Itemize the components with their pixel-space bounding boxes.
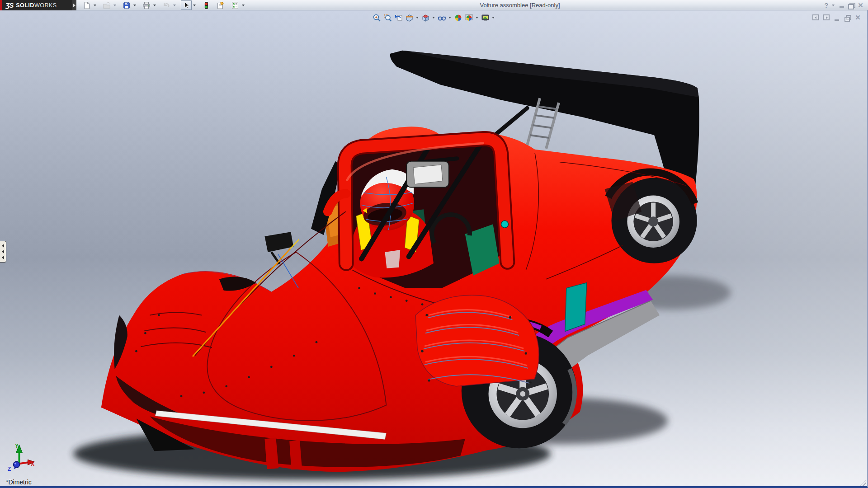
restore-window-button[interactable] [847, 1, 855, 9]
brand-name-bold: SOLID [16, 2, 34, 9]
apply-scene-button[interactable] [463, 13, 474, 23]
help-dropdown-icon[interactable] [830, 0, 836, 10]
minimize-document-button[interactable] [833, 14, 841, 21]
window-controls: ? ✕ [824, 0, 864, 10]
minimize-window-button[interactable] [838, 1, 845, 9]
featuremanager-collapse-tab[interactable] [0, 241, 6, 263]
zoom-to-fit-button[interactable] [371, 13, 382, 23]
print-icon [142, 1, 151, 9]
stoplight-icon [202, 1, 210, 9]
select-cursor-icon [182, 1, 190, 9]
3d-model-canvas[interactable] [0, 10, 867, 486]
hide-show-items-button[interactable] [436, 13, 447, 23]
headsup-view-toolbar [371, 13, 496, 23]
section-view-button[interactable] [404, 13, 415, 23]
undo-button[interactable] [161, 0, 172, 10]
triad-y-label: Y [15, 443, 19, 449]
view-orientation-dropdown-icon[interactable] [431, 13, 436, 23]
select-dropdown-icon[interactable] [192, 0, 197, 10]
view-orientation-button[interactable] [420, 13, 431, 23]
close-window-button[interactable]: ✕ [857, 1, 864, 9]
zoom-to-area-button[interactable] [382, 13, 393, 23]
view-settings-dropdown-icon[interactable] [491, 13, 496, 23]
options-checklist-icon [231, 1, 239, 9]
save-button[interactable] [121, 0, 132, 10]
undo-icon [162, 1, 170, 9]
graphics-viewport[interactable]: ✕ Y X Z *Dimetric [0, 10, 868, 488]
show-right-panel-button[interactable] [823, 14, 830, 21]
new-dropdown-icon[interactable] [92, 0, 98, 10]
rebuild-stoplight-button[interactable] [201, 0, 212, 10]
save-dropdown-icon[interactable] [132, 0, 137, 10]
titlebar: ƷS SOLIDWORKS Voiture assomblee [Read-on [0, 0, 868, 10]
view-orientation-label: *Dimetric [6, 479, 32, 486]
open-folder-icon [103, 1, 111, 9]
document-title: Voiture assomblee [Read-only] [480, 2, 560, 9]
triad-x-label: X [31, 461, 34, 467]
triad-z-label: Z [8, 466, 11, 472]
brand-name-light: WORKS [34, 2, 57, 9]
standard-toolbar [81, 0, 246, 10]
solidworks-window: ✕ Y X Z *Dimetric ƷS SOLIDWORKS [0, 0, 868, 488]
view-settings-button[interactable] [480, 13, 491, 23]
hoop-sensor [501, 221, 508, 228]
undo-dropdown-icon[interactable] [172, 0, 177, 10]
select-button[interactable] [181, 0, 192, 10]
dassault-3ds-logo-icon: ƷS [5, 1, 13, 9]
menu-expand-arrow-icon[interactable] [72, 0, 76, 10]
open-dropdown-icon[interactable] [112, 0, 118, 10]
section-view-dropdown-icon[interactable] [415, 13, 420, 23]
file-properties-button[interactable] [215, 0, 226, 10]
apply-scene-dropdown-icon[interactable] [474, 13, 480, 23]
rearview-mirror [406, 161, 449, 188]
document-window-controls: ✕ [812, 14, 862, 21]
help-button[interactable]: ? [824, 2, 829, 9]
options-dropdown-icon[interactable] [241, 0, 246, 10]
open-document-button[interactable] [101, 0, 112, 10]
show-left-panel-button[interactable] [812, 14, 820, 21]
print-dropdown-icon[interactable] [152, 0, 157, 10]
restore-document-button[interactable] [844, 14, 851, 21]
hide-show-dropdown-icon[interactable] [447, 13, 453, 23]
options-button[interactable] [230, 0, 241, 10]
solidworks-menu-banner[interactable]: ƷS SOLIDWORKS [0, 0, 72, 10]
close-document-button[interactable]: ✕ [854, 14, 862, 21]
save-floppy-icon [123, 1, 131, 9]
file-properties-icon [217, 1, 225, 9]
print-button[interactable] [141, 0, 152, 10]
door-window [565, 283, 587, 332]
edit-appearance-button[interactable] [453, 13, 463, 23]
new-document-icon [83, 1, 91, 9]
previous-view-button[interactable] [393, 13, 404, 23]
new-document-button[interactable] [81, 0, 92, 10]
